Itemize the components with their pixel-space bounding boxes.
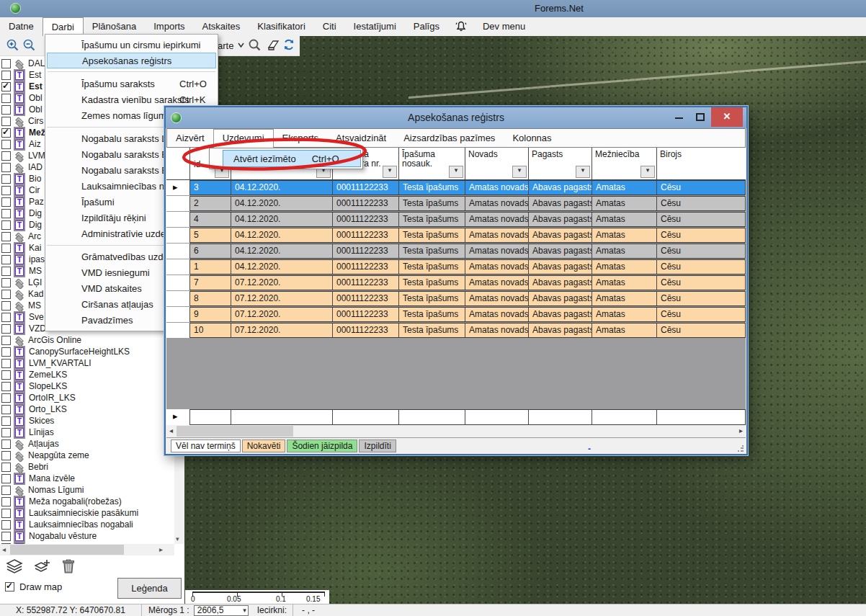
layer-checkbox[interactable] [1, 82, 11, 91]
layer-checkbox[interactable] [1, 71, 11, 80]
zoom-in-icon[interactable] [6, 38, 19, 52]
layer-item[interactable]: ZemeLKS [0, 369, 174, 380]
table-row[interactable]: 8 07.12.2020. 00011122233 Testa īpašums … [166, 291, 746, 306]
layer-checkbox[interactable] [1, 439, 11, 449]
close-button[interactable]: ✕ [711, 107, 743, 127]
cell-birojs[interactable]: Cēsu [657, 228, 746, 243]
cell-birojs[interactable]: Cēsu [657, 291, 746, 306]
layer-checkbox[interactable] [1, 105, 11, 115]
layer-checkbox[interactable] [1, 117, 11, 126]
layer-item[interactable]: Līnijas [0, 427, 174, 438]
layer-checkbox[interactable] [1, 520, 11, 530]
cell-novads[interactable]: Amatas novads [465, 244, 529, 259]
cell-pagasts[interactable]: Abavas pagasts [529, 196, 592, 211]
cell-meznieciba[interactable]: Amatas [592, 275, 657, 290]
layer-checkbox[interactable] [1, 140, 11, 149]
filter-combo-icon[interactable] [383, 166, 397, 178]
cell-birojs[interactable]: Cēsu [657, 244, 746, 259]
dialog-menu-aizvert[interactable]: Aizvērt [167, 130, 213, 146]
layer-checkbox[interactable] [1, 474, 11, 483]
cell-izveidots[interactable]: 07.12.2020. [231, 291, 333, 306]
cell-nosaukums[interactable]: Testa īpašums [399, 291, 465, 306]
open-selected-menu-item[interactable]: Atvērt iezīmēto Ctrl+O [223, 150, 361, 167]
layer-item[interactable]: CanopySurfaceHeightLKS [0, 346, 174, 357]
cell-kadastra[interactable]: 00011122233 [333, 212, 399, 227]
legend-button[interactable]: Leģenda [117, 578, 182, 599]
cell-kadastra[interactable]: 00011122233 [333, 228, 399, 243]
dropdown-caret-icon[interactable] [238, 43, 244, 48]
cell-pagasts[interactable]: Abavas pagasts [529, 180, 592, 195]
layer-item[interactable]: Lauksaimniecības nogabali [0, 519, 174, 530]
layer-item[interactable]: LVM_KVARTALI [0, 357, 174, 369]
menu-klasifikatori[interactable]: Klasifikatori [249, 17, 313, 36]
layer-checkbox[interactable] [1, 359, 11, 368]
cell-id[interactable]: 5 [190, 228, 231, 243]
scroll-right-icon[interactable]: ▸ [159, 545, 163, 553]
cell-pagasts[interactable]: Abavas pagasts [529, 275, 592, 290]
layer-checkbox[interactable] [1, 174, 11, 184]
menu-item[interactable]: Īpašumu un cirsmu iepirkumi [45, 37, 218, 53]
cell-meznieciba[interactable]: Amatas [592, 212, 657, 227]
resize-grip[interactable] [737, 445, 744, 452]
table-row[interactable]: 10 07.12.2020. 00011122233 Testa īpašums… [166, 323, 746, 338]
cell-nosaukums[interactable]: Testa īpašums [399, 307, 465, 322]
row-selector-cell[interactable] [166, 212, 190, 227]
cell-novads[interactable]: Amatas novads [465, 323, 529, 338]
menu-dev[interactable]: Dev menu [474, 17, 534, 36]
cell-kadastra[interactable]: 00011122233 [333, 275, 399, 290]
cell-kadastra[interactable]: 00011122233 [333, 291, 399, 306]
layer-checkbox[interactable] [1, 486, 11, 495]
column-header-pagasts[interactable]: Pagasts [529, 148, 592, 179]
refresh-icon[interactable] [282, 38, 295, 51]
grid-new-row[interactable] [166, 409, 746, 425]
map-layer-dropdown[interactable]: arte [218, 40, 233, 51]
search-icon[interactable] [248, 38, 262, 52]
cell-pagasts[interactable]: Abavas pagasts [529, 228, 592, 243]
cell-meznieciba[interactable]: Amatas [592, 180, 657, 195]
row-selector-cell[interactable] [166, 228, 190, 243]
scroll-right-icon[interactable]: ▸ [739, 427, 743, 434]
cell-meznieciba[interactable]: Amatas [592, 307, 657, 322]
cell-kadastra[interactable]: 00011122233 [333, 180, 399, 195]
cell-pagasts[interactable]: Abavas pagasts [529, 307, 592, 322]
layers-stack-icon[interactable] [6, 558, 23, 574]
menu-item[interactable]: Kadastra vienību saraksts Ctrl+K [45, 91, 218, 107]
layer-item[interactable]: Lauksaimnieciskie pasākumi [0, 507, 174, 519]
layer-checkbox[interactable] [1, 128, 11, 138]
layer-checkbox[interactable] [1, 382, 11, 391]
column-header-nosaukums[interactable]: Īpašuma nosauk. [399, 148, 465, 179]
menu-citi[interactable]: Citi [314, 17, 345, 36]
layer-checkbox[interactable] [1, 290, 11, 299]
layer-item[interactable]: Nogabalu vēsture [0, 530, 174, 542]
table-row[interactable]: 2 04.12.2020. 00011122233 Testa īpašums … [166, 196, 746, 211]
table-row[interactable]: 1 04.12.2020. 00011122233 Testa īpašums … [166, 259, 746, 274]
cell-birojs[interactable]: Cēsu [657, 307, 746, 322]
cell-meznieciba[interactable]: Amatas [592, 196, 657, 211]
layers-horizontal-scrollbar[interactable]: ◂ ▸ [0, 544, 174, 555]
cell-meznieciba[interactable]: Amatas [592, 291, 657, 306]
cell-id[interactable]: 3 [190, 180, 231, 195]
table-row[interactable]: 7 07.12.2020. 00011122233 Testa īpašums … [166, 275, 746, 290]
table-row[interactable]: 5 04.12.2020. 00011122233 Testa īpašums … [166, 228, 746, 243]
row-selector-cell[interactable] [166, 323, 190, 338]
cell-pagasts[interactable]: Abavas pagasts [529, 244, 592, 259]
cell-novads[interactable]: Amatas novads [465, 228, 529, 243]
cell-nosaukums[interactable]: Testa īpašums [399, 180, 465, 195]
dialog-menu-aizsardzibas[interactable]: Aizsardzības pazīmes [395, 130, 504, 146]
add-layer-icon[interactable] [34, 558, 51, 574]
layer-checkbox[interactable] [1, 163, 11, 172]
zoom-out-icon[interactable] [22, 38, 36, 52]
row-selector-cell[interactable] [166, 259, 190, 274]
layer-checkbox[interactable] [1, 209, 11, 218]
menu-datne[interactable]: Datne [0, 17, 43, 36]
cell-kadastra[interactable]: 00011122233 [333, 307, 399, 322]
scroll-left-icon[interactable]: ◂ [169, 427, 173, 434]
table-row[interactable]: 9 07.12.2020. 00011122233 Testa īpašums … [166, 307, 746, 322]
filter-combo-icon[interactable] [640, 166, 655, 178]
cell-nosaukums[interactable]: Testa īpašums [399, 196, 465, 211]
cell-novads[interactable]: Amatas novads [465, 180, 529, 195]
cell-izveidots[interactable]: 07.12.2020. [231, 307, 333, 322]
layer-item[interactable]: Atļaujas [0, 438, 174, 450]
scrollbar-thumb[interactable] [10, 545, 124, 555]
maximize-button[interactable] [696, 113, 705, 121]
